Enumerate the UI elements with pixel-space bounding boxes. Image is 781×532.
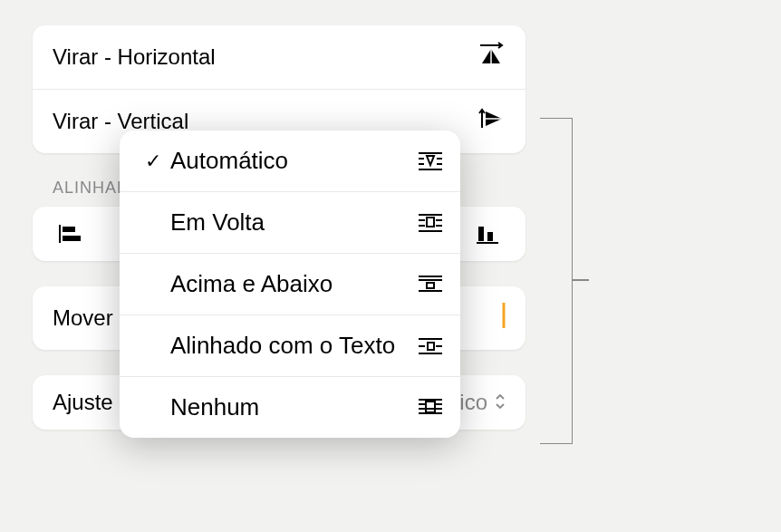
svg-rect-9: [487, 232, 493, 241]
popup-item-label: Automático: [170, 147, 408, 175]
popup-item-label: Em Volta: [170, 208, 408, 237]
text-wrap-popup: ✓ Automático Em Volta: [120, 131, 460, 438]
svg-rect-31: [427, 283, 434, 288]
popup-item-em-volta[interactable]: Em Volta: [120, 192, 460, 254]
checkmark-icon: ✓: [136, 150, 170, 173]
move-selection-indicator: [487, 301, 506, 335]
callout-tick: [573, 279, 589, 281]
chevron-updown-icon: [495, 390, 506, 415]
move-label: Mover: [53, 305, 113, 331]
callout-bracket: [540, 118, 573, 444]
svg-rect-6: [63, 236, 81, 241]
popup-item-nenhum[interactable]: Nenhum: [120, 377, 460, 438]
flip-horizontal-icon: [477, 42, 506, 73]
popup-item-label: Alinhado com o Texto: [170, 332, 408, 360]
popup-item-label: Acima e Abaixo: [170, 270, 408, 298]
popup-item-alinhado-texto[interactable]: Alinhado com o Texto: [120, 315, 460, 377]
wrap-auto-icon: [408, 150, 444, 172]
svg-rect-35: [428, 343, 434, 350]
align-left-icon[interactable]: [53, 219, 89, 248]
wrap-inline-icon: [408, 335, 444, 357]
popup-item-acima-abaixo[interactable]: Acima e Abaixo: [120, 254, 460, 315]
flip-horizontal-label: Virar - Horizontal: [53, 44, 216, 70]
flip-horizontal-row[interactable]: Virar - Horizontal: [33, 25, 525, 90]
svg-rect-5: [63, 227, 75, 232]
popup-item-label: Nenhum: [170, 393, 408, 421]
wrap-above-below-icon: [408, 274, 444, 295]
svg-rect-8: [478, 227, 484, 241]
popup-item-automatico[interactable]: ✓ Automático: [120, 131, 460, 192]
wrap-none-icon: [408, 397, 444, 419]
wrap-around-icon: [408, 212, 444, 234]
flip-vertical-icon: [477, 106, 506, 137]
align-bottom-icon[interactable]: [469, 219, 506, 248]
svg-rect-25: [427, 218, 434, 227]
svg-rect-40: [426, 401, 435, 412]
